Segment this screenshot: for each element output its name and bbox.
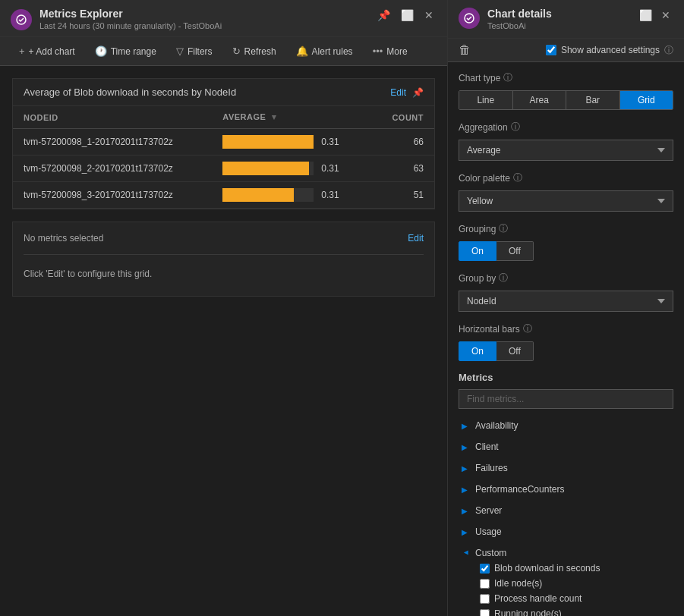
tree-child-running-node(s)[interactable]: Running node(s) xyxy=(477,606,673,616)
show-advanced-checkbox[interactable] xyxy=(546,45,556,55)
metric-checkbox[interactable] xyxy=(480,564,490,574)
grouping-label: Grouping ⓘ xyxy=(459,222,673,235)
metric-checkbox[interactable] xyxy=(480,609,490,617)
maximize-right-button[interactable]: ⬜ xyxy=(636,8,655,23)
horizontal-bars-off-button[interactable]: Off xyxy=(496,341,534,361)
delete-button[interactable]: 🗑 xyxy=(459,43,471,57)
bar-container xyxy=(222,135,314,149)
metrics-search-input[interactable] xyxy=(459,389,673,409)
tree-arrow-icon: ▼ xyxy=(462,548,471,558)
metrics-group-item: ▶ Failures xyxy=(459,457,673,479)
group-by-dropdown[interactable]: NodeId None xyxy=(459,291,673,312)
metrics-group-item: ▶ Availability xyxy=(459,415,673,436)
group-by-info-icon: ⓘ xyxy=(499,272,508,284)
refresh-icon: ↻ xyxy=(232,46,241,57)
close-right-button[interactable]: ✕ xyxy=(658,8,673,23)
table-body: tvm-57200098_1-20170201t173702z 0.31 66 … xyxy=(13,129,434,209)
metrics-group-performancecounters[interactable]: ▶ PerformanceCounters xyxy=(459,482,673,497)
table-row: tvm-57200098_1-20170201t173702z 0.31 66 xyxy=(13,129,434,156)
header-controls: 📌 ⬜ ✕ xyxy=(374,8,437,23)
cell-average: 0.31 xyxy=(212,129,373,156)
bar-container xyxy=(222,188,314,202)
cell-count: 66 xyxy=(373,129,434,156)
aggregation-dropdown[interactable]: Average Sum Min Max Count xyxy=(459,140,673,161)
app-icon xyxy=(11,9,32,30)
metrics-group-usage[interactable]: ▶ Usage xyxy=(459,524,673,539)
tree-group-label: Usage xyxy=(475,526,502,537)
color-palette-info-icon: ⓘ xyxy=(513,171,522,184)
color-palette-section: Color palette ⓘ Yellow Blue Green Red xyxy=(459,171,673,212)
add-icon: + xyxy=(19,46,25,57)
main-content: Average of Blob download in seconds by N… xyxy=(0,66,447,616)
tree-child-process-handle-count[interactable]: Process handle count xyxy=(477,591,673,606)
bar-value: 0.31 xyxy=(321,163,339,174)
tree-arrow-icon: ▶ xyxy=(462,422,471,430)
tree-child-idle-node(s)[interactable]: Idle node(s) xyxy=(477,576,673,591)
filter-icon: ▽ xyxy=(176,46,184,57)
maximize-button[interactable]: ⬜ xyxy=(398,8,417,23)
chart-type-grid[interactable]: Grid xyxy=(620,91,673,109)
pin-button[interactable]: 📌 xyxy=(374,8,393,23)
more-button[interactable]: ••• More xyxy=(364,42,416,61)
close-left-button[interactable]: ✕ xyxy=(421,8,437,23)
right-panel-title: Chart details xyxy=(487,8,552,20)
time-range-button[interactable]: 🕐 Time range xyxy=(87,42,165,61)
metrics-group-client[interactable]: ▶ Client xyxy=(459,439,673,454)
tree-child-item: Running node(s) xyxy=(477,606,673,616)
panel-subtitle: Last 24 hours (30 minute granularity) - … xyxy=(39,21,222,30)
edit-button-2[interactable]: Edit xyxy=(408,233,424,244)
horizontal-bars-on-button[interactable]: On xyxy=(459,341,496,361)
add-chart-button[interactable]: + + Add chart xyxy=(11,42,84,61)
panel-header: Metrics Explorer Last 24 hours (30 minut… xyxy=(0,0,447,37)
cell-count: 51 xyxy=(373,182,434,209)
show-advanced-toggle[interactable]: Show advanced settings ⓘ xyxy=(546,44,673,57)
no-metrics-header: No metrics selected Edit xyxy=(24,233,424,244)
chart-type-line[interactable]: Line xyxy=(459,91,513,109)
right-toolbar: 🗑 Show advanced settings ⓘ xyxy=(448,39,684,62)
data-table: NODEID AVERAGE ▾ COUNT tvm-57200098_1-20… xyxy=(13,106,434,209)
bar-container xyxy=(222,162,314,175)
metrics-group-availability[interactable]: ▶ Availability xyxy=(459,418,673,433)
metrics-group-failures[interactable]: ▶ Failures xyxy=(459,460,673,476)
metrics-label: Metrics xyxy=(459,372,673,383)
cell-average: 0.31 xyxy=(212,182,373,209)
metric-checkbox[interactable] xyxy=(480,579,490,589)
bar-fill xyxy=(222,188,294,202)
metric-checkbox[interactable] xyxy=(480,594,490,604)
grouping-off-button[interactable]: Off xyxy=(496,241,534,261)
metrics-group-item: ▼ Custom Blob download in seconds Idle n… xyxy=(459,542,673,616)
horizontal-bars-info-icon: ⓘ xyxy=(523,322,532,335)
grouping-info-icon: ⓘ xyxy=(499,222,508,235)
tree-child-blob-download-in-seconds[interactable]: Blob download in seconds xyxy=(477,561,673,576)
bar-value: 0.31 xyxy=(321,190,339,200)
chart-type-bar[interactable]: Bar xyxy=(566,91,620,109)
header-left: Metrics Explorer Last 24 hours (30 minut… xyxy=(11,8,222,30)
tree-arrow-icon: ▶ xyxy=(462,528,471,536)
tree-arrow-icon: ▶ xyxy=(462,507,471,515)
refresh-button[interactable]: ↻ Refresh xyxy=(224,42,285,61)
grouping-on-button[interactable]: On xyxy=(459,241,496,261)
cell-average: 0.31 xyxy=(212,156,373,182)
filters-button[interactable]: ▽ Filters xyxy=(168,42,221,61)
metrics-group-item: ▶ Usage xyxy=(459,521,673,542)
cell-nodeid: tvm-57200098_3-20170201t173702z xyxy=(13,182,212,209)
clock-icon: 🕐 xyxy=(95,46,107,57)
alert-rules-button[interactable]: 🔔 Alert rules xyxy=(288,42,361,61)
metrics-group-server[interactable]: ▶ Server xyxy=(459,503,673,518)
right-content: Chart type ⓘ Line Area Bar Grid Aggregat… xyxy=(448,62,684,616)
chart-type-area[interactable]: Area xyxy=(513,91,567,109)
tree-arrow-icon: ▶ xyxy=(462,486,471,494)
right-panel: Chart details TestOboAi ⬜ ✕ 🗑 Show advan… xyxy=(448,0,684,616)
table-header-row: NODEID AVERAGE ▾ COUNT xyxy=(13,106,434,129)
right-app-icon xyxy=(459,8,480,29)
aggregation-info-icon: ⓘ xyxy=(511,121,520,134)
metrics-group-item: ▶ Server xyxy=(459,500,673,521)
color-palette-dropdown[interactable]: Yellow Blue Green Red xyxy=(459,190,673,212)
right-title-block: Chart details TestOboAi xyxy=(487,8,552,30)
grouping-section: Grouping ⓘ On Off xyxy=(459,222,673,261)
tree-arrow-icon: ▶ xyxy=(462,464,471,473)
edit-button-1[interactable]: Edit xyxy=(390,87,406,98)
tree-child-label: Idle node(s) xyxy=(494,578,542,589)
col-header-nodeid: NODEID xyxy=(13,106,212,129)
metrics-group-custom[interactable]: ▼ Custom xyxy=(459,545,673,561)
